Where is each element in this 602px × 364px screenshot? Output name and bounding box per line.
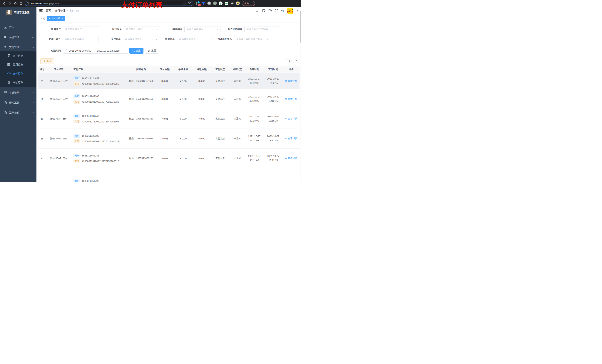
browser-forward-icon[interactable]: [7, 1, 13, 6]
page-scrollbar[interactable]: [300, 7, 301, 182]
reset-button[interactable]: 重置: [145, 48, 159, 54]
document-icon: [7, 81, 10, 84]
notify-status: 未通知: [230, 97, 245, 101]
tab-home[interactable]: 首页: [39, 16, 46, 21]
toggle-search-button[interactable]: [286, 58, 291, 63]
order-id: 20: [38, 98, 46, 100]
sidebar: 芋道管理系统 首页系统管理¥支付管理商户信息应用信息¥支付订单退款订单基础设施研…: [0, 7, 36, 182]
table-row[interactable]: 20微信 JSAPI 支付商户1635311949168支付4200001181…: [38, 89, 300, 109]
placeholder-text: 请输入商户订单编号: [246, 28, 278, 31]
extension-dot-icon[interactable]: [213, 1, 217, 5]
user-avatar[interactable]: [287, 8, 293, 14]
filter-label: 回调商户状态: [204, 36, 232, 42]
page-annotation-title: 支付订单列表: [85, 0, 199, 10]
browser-reload-icon[interactable]: [13, 1, 18, 6]
view-detail-link[interactable]: 查看详情: [285, 137, 298, 140]
tab-pay-order[interactable]: 支付订单 ✕: [47, 16, 65, 21]
chevron-down-icon: [32, 102, 34, 104]
profile-emoji-icon[interactable]: [236, 1, 240, 5]
sidebar-item-label: 首页: [9, 26, 14, 29]
font-size-icon[interactable]: TT: [281, 9, 284, 12]
sidebar-item-商户信息[interactable]: 商户信息: [0, 52, 36, 60]
header-search-icon[interactable]: [256, 9, 259, 12]
order-id: 21: [38, 80, 46, 83]
extension-chat-icon[interactable]: [225, 1, 228, 5]
breadcrumb-current: 支付订单: [69, 9, 80, 12]
browser-home-icon[interactable]: [18, 1, 24, 6]
pay-status: 支付成功: [211, 157, 230, 160]
refresh-table-button[interactable]: [293, 58, 298, 63]
fullscreen-icon[interactable]: [275, 9, 278, 12]
column-header: 创建时间: [245, 68, 263, 71]
sidebar-item-label: 支付订单: [13, 72, 23, 75]
view-detail-link[interactable]: 查看详情: [285, 97, 298, 101]
chevron-down-icon: [267, 38, 269, 40]
filter-input-商户订单编号[interactable]: 请输入商户订单编号: [244, 26, 280, 32]
browser-menu-icon[interactable]: ⋮: [251, 2, 253, 4]
table-row[interactable]: 17微信 JSAPI 支付商户1635311468233支付4200001194…: [38, 148, 300, 168]
avatar-dropdown-caret[interactable]: [297, 10, 298, 11]
merchant-tag: 商户: [74, 94, 80, 98]
sidebar-item-研发工具[interactable]: 研发工具: [0, 98, 36, 108]
browser-back-icon[interactable]: [1, 1, 7, 6]
table-row[interactable]: 19微信 JSAPI 支付商户1635311881440支付4200001173…: [38, 109, 300, 129]
placeholder-text: 请选择所属商户: [65, 28, 98, 31]
help-icon[interactable]: ?: [269, 9, 272, 12]
extension-yuque-icon[interactable]: y: [219, 1, 223, 5]
breadcrumb-pay[interactable]: 支付管理: [55, 9, 65, 12]
close-tab-icon[interactable]: ✕: [62, 17, 63, 20]
sidebar-item-label: 研发工具: [9, 101, 20, 104]
table-row[interactable]: 18微信 JSAPI 支付商户1635311823086支付4200001167…: [38, 129, 300, 148]
extension-command-icon[interactable]: ⌘: [207, 1, 211, 5]
column-header: 支付时间: [263, 68, 283, 71]
pay-order-cell: 商户1635311468233支付42000011942021102767521…: [71, 154, 127, 163]
view-detail-link[interactable]: 查看详情: [285, 79, 298, 83]
logo[interactable]: 芋道管理系统: [0, 8, 36, 17]
site-info-icon[interactable]: i: [27, 2, 30, 5]
breadcrumb-home[interactable]: 首页: [46, 9, 51, 12]
sidebar-item-系统管理[interactable]: 系统管理: [0, 32, 36, 42]
sidebar-item-工作流程[interactable]: 工作流程: [0, 108, 36, 118]
sidebar-item-基础设施[interactable]: 基础设施: [0, 88, 36, 98]
sidebar-item-label: 支付管理: [9, 46, 20, 49]
merchant-order-no: 1635311881440: [82, 115, 99, 117]
create-time-range-input[interactable]: 2021-10-01 00:00:00 - 2021-10-31 23:59:5…: [63, 48, 128, 54]
sidebar-item-首页[interactable]: 首页: [0, 22, 36, 32]
extension-kite-icon[interactable]: [202, 1, 205, 5]
sidebar-item-退款订单[interactable]: 退款订单: [0, 78, 36, 87]
fee-amount: ¥ 0.00: [174, 80, 193, 83]
goods-title: 标题：1635312124656: [127, 79, 155, 83]
chevron-down-icon: [32, 92, 34, 94]
goods-title: 标题：1635311949168: [127, 97, 155, 101]
sidebar-toggle-icon[interactable]: [39, 9, 43, 12]
table-row[interactable]: 21微信 JSAPI 支付商户1635312124657支付4200001174…: [38, 73, 300, 89]
filter-label: 商户订单编号: [214, 26, 242, 32]
toolbox-icon: [4, 101, 7, 104]
sidebar-item-支付订单[interactable]: ¥支付订单: [0, 69, 36, 78]
pay-amount: ¥ 0.01: [155, 80, 174, 83]
view-detail-link[interactable]: 查看详情: [285, 117, 298, 120]
filter-select-回调商户状态[interactable]: 请选择订单回调商户状态: [234, 36, 270, 42]
sidebar-item-支付管理[interactable]: ¥支付管理: [0, 42, 36, 52]
placeholder-text: 请输入渠道订单号: [65, 37, 97, 41]
table-header-row: 编号支付渠道支付订单商品标题支付金额手续金额退款金额支付状态回调状态创建时间支付…: [38, 66, 300, 73]
column-header: 支付状态: [211, 68, 230, 71]
scrollbar-thumb[interactable]: [300, 11, 301, 42]
github-icon[interactable]: [262, 9, 265, 12]
column-header: 编号: [38, 68, 46, 71]
export-button[interactable]: 导出: [40, 58, 54, 64]
create-time: 2021-10-2713:18:02: [245, 114, 263, 123]
view-detail-link[interactable]: 查看详情: [285, 157, 298, 160]
pay-status: 支付成功: [211, 117, 230, 120]
fee-amount: ¥ 0.00: [174, 98, 193, 100]
search-button[interactable]: 搜索: [129, 48, 143, 54]
extensions-puzzle-icon[interactable]: [230, 1, 234, 5]
yen-circle-icon: ¥: [7, 72, 10, 75]
sidebar-item-label: 基础设施: [9, 91, 20, 94]
sidebar-item-应用信息[interactable]: 应用信息: [0, 60, 36, 69]
filter-label: 退款状态: [147, 36, 175, 42]
table-row-partial[interactable]: 商户1635311351796: [38, 168, 300, 182]
pay-order-no: 4200001181202110277723215336: [82, 100, 119, 103]
briefcase-icon: [4, 111, 7, 114]
browser-update-button[interactable]: 更新 ⋮: [242, 1, 255, 6]
